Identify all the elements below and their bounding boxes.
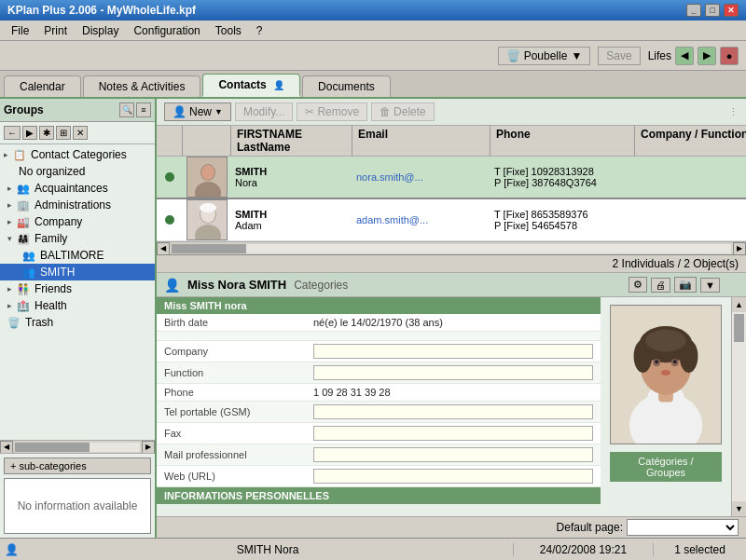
row1-email: nora.smith@... [352, 157, 490, 198]
status-icon: 👤 [0, 543, 22, 556]
delete-icon: 🗑 [380, 105, 391, 118]
field-company-input[interactable] [313, 344, 593, 359]
sidebar-more-button[interactable]: ≡ [136, 102, 151, 117]
menu-configuration[interactable]: Configuration [126, 22, 207, 39]
detail-gear-button[interactable]: ⚙ [629, 277, 647, 293]
field-mail-pro-label: Mail professionnel [164, 449, 313, 460]
sidebar-action-1[interactable]: ← [4, 126, 21, 140]
poubelle-icon: 🗑️ [506, 49, 520, 62]
main-layout: Groups 🔍 ≡ ← ▶ ✱ ⊞ ✕ ▸ 📋 Contact Categor… [0, 99, 746, 538]
menu-bar: File Print Display Configuration Tools ? [0, 20, 746, 41]
field-birthdate-value: né(e) le 14/02/1970 (38 ans) [313, 317, 593, 328]
close-button[interactable]: ✕ [724, 4, 739, 17]
sidebar-action-4[interactable]: ⊞ [56, 126, 71, 140]
menu-display[interactable]: Display [75, 22, 126, 39]
field-fax-label: Fax [164, 428, 313, 439]
toolbar-options[interactable]: ⋮ [728, 106, 739, 118]
field-phone-label: Phone [164, 387, 313, 398]
status-bar: 👤 SMITH Nora 24/02/2008 19:21 1 selected [0, 538, 746, 560]
status-date: 24/02/2008 19:21 [513, 543, 653, 556]
sidebar-scroll-thumb[interactable] [15, 443, 90, 452]
detail-header-left: 👤 Miss Nora SMITH Categories [164, 278, 348, 293]
row2-company [635, 199, 746, 240]
row1-company [635, 157, 746, 198]
categories-groups-button[interactable]: Catégories / Groupes [610, 452, 722, 482]
field-gsm-input[interactable] [313, 404, 593, 419]
modify-button[interactable]: Modify... [235, 102, 293, 121]
sidebar-action-5[interactable]: ✕ [73, 126, 88, 140]
field-function-input[interactable] [313, 365, 593, 380]
detail-more-button[interactable]: ▼ [700, 278, 720, 293]
scroll-down-button[interactable]: ▼ [732, 501, 746, 516]
scroll-up-button[interactable]: ▲ [732, 297, 746, 312]
scroll-thumb[interactable] [734, 314, 744, 342]
tree-item-acquaintances[interactable]: ▸ 👥 Acquaintances [0, 180, 155, 197]
sidebar-action-3[interactable]: ✱ [39, 126, 54, 140]
table-scroll-right[interactable]: ▶ [733, 242, 746, 255]
no-info-box: No information available [4, 478, 151, 534]
tree-item-contact-cat[interactable]: ▸ 📋 Contact Categories [0, 146, 155, 163]
menu-help[interactable]: ? [249, 22, 270, 39]
tree-item-friends[interactable]: ▸ 👫 Friends [0, 280, 155, 297]
tab-notes[interactable]: Notes & Activities [83, 75, 201, 97]
table-row[interactable]: SMITH Adam adam.smith@... T [Fixe] 86535… [157, 199, 746, 241]
table-header: FIRSTNAME LastName Email Phone Company /… [157, 126, 746, 157]
field-birthdate-label: Birth date [164, 317, 313, 328]
delete-button[interactable]: 🗑 Delete [371, 102, 435, 121]
tab-documents[interactable]: Documents [302, 75, 391, 97]
table-scroll-left[interactable]: ◀ [157, 242, 170, 255]
table-scroll-thumb[interactable] [172, 244, 246, 253]
sidebar-action-2[interactable]: ▶ [22, 126, 37, 140]
groups-label: Groups [4, 103, 44, 116]
tab-contacts[interactable]: Contacts 👤 [202, 74, 300, 97]
sub-categories-button[interactable]: + sub-categories [4, 458, 151, 474]
new-button[interactable]: 👤 New ▼ [164, 102, 231, 121]
row1-phone: T [Fixe] 10928313928 P [Fixe] 387648Q376… [490, 157, 635, 198]
tree-item-administrations[interactable]: ▸ 🏢 Administrations [0, 197, 155, 213]
detail-print-button[interactable]: 🖨 [651, 278, 670, 293]
sidebar-scroll-right[interactable]: ▶ [142, 441, 155, 454]
tab-calendar[interactable]: Calendar [4, 75, 81, 97]
field-empty [157, 332, 601, 341]
tree-item-family[interactable]: ▾ 👨‍👩‍👧 Family [0, 230, 155, 247]
col-email-header[interactable]: Email [352, 126, 490, 156]
maximize-button[interactable]: □ [705, 4, 720, 17]
tree-item-health[interactable]: ▸ 🏥 Health [0, 297, 155, 314]
lifes-label: Lifes [648, 49, 671, 62]
nav-back-button[interactable]: ◀ [675, 47, 694, 65]
nav-stop-button[interactable]: ● [720, 47, 739, 65]
detail-photo-button[interactable]: 📷 [674, 277, 697, 293]
sidebar-scroll-left[interactable]: ◀ [0, 441, 13, 454]
tree-item-trash[interactable]: 🗑️ Trash [0, 314, 155, 331]
tree-item-no-org[interactable]: No organized [0, 163, 155, 180]
menu-print[interactable]: Print [36, 22, 75, 39]
nav-forward-button[interactable]: ▶ [698, 47, 716, 65]
sidebar-toolbar: 🔍 ≡ [119, 102, 151, 117]
detail-body: Miss SMITH nora Birth date né(e) le 14/0… [157, 297, 746, 516]
field-web-input[interactable] [313, 469, 593, 484]
poubelle-button[interactable]: 🗑️ Poubelle ▼ [498, 47, 591, 65]
field-mail-pro-input[interactable] [313, 447, 593, 462]
table-row[interactable]: SMITH Nora nora.smith@... T [Fixe] 10928… [157, 157, 746, 199]
col-name-header[interactable]: FIRSTNAME LastName [231, 126, 352, 156]
default-page-select[interactable] [627, 519, 739, 536]
field-birthdate: Birth date né(e) le 14/02/1970 (38 ans) [157, 314, 601, 332]
tree-item-company[interactable]: ▸ 🏭 Company [0, 213, 155, 230]
remove-button[interactable]: ✂ Remove [297, 102, 367, 121]
sidebar-search-button[interactable]: 🔍 [119, 102, 134, 117]
svg-point-18 [645, 330, 685, 352]
menu-file[interactable]: File [4, 22, 36, 39]
svg-point-8 [200, 203, 216, 212]
col-company-header[interactable]: Company / Function [635, 126, 746, 156]
menu-tools[interactable]: Tools [208, 22, 249, 39]
save-button[interactable]: Save [598, 47, 640, 65]
col-avatar-header [183, 126, 231, 156]
col-phone-header[interactable]: Phone [490, 126, 635, 156]
tree-item-smith[interactable]: 👥 SMITH [0, 264, 155, 280]
minimize-button[interactable]: _ [686, 4, 701, 17]
detail-panel: 👤 Miss Nora SMITH Categories ⚙ 🖨 📷 ▼ Mis… [157, 273, 746, 538]
tree-item-baltimore[interactable]: 👥 BALTIMORE [0, 247, 155, 264]
contacts-tab-icon: 👤 [273, 80, 284, 90]
status-name: SMITH Nora [22, 543, 513, 556]
field-fax-input[interactable] [313, 426, 593, 441]
